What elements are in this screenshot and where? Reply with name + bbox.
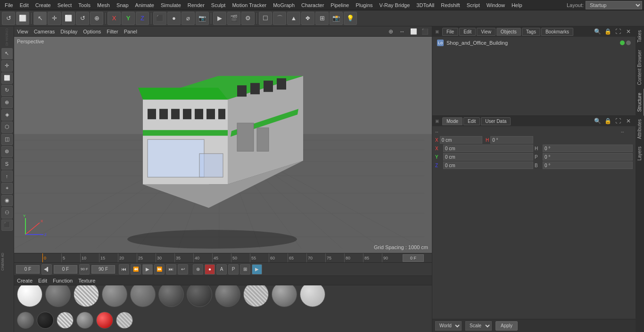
loop-btn[interactable]: ↩ [178, 264, 188, 275]
obj-search-icon[interactable]: 🔍 [593, 27, 602, 36]
array-btn[interactable]: ❖ [301, 12, 314, 25]
menu-mesh[interactable]: Mesh [94, 1, 113, 9]
step-back-btn[interactable]: ⏪ [131, 264, 141, 275]
sidebar-move[interactable]: ✛ [1, 60, 13, 72]
light-btn[interactable]: 💡 [344, 12, 357, 25]
material-metal[interactable]: metal [158, 285, 184, 308]
grid-btn[interactable]: ⊞ [315, 12, 329, 25]
axis-x[interactable]: X [107, 12, 121, 25]
cube-tool[interactable]: ⬛ [153, 12, 166, 25]
sidebar-t12[interactable]: ⌖ [1, 183, 13, 194]
preview-btn[interactable]: ▶ [252, 264, 262, 275]
coord-h-input[interactable] [490, 136, 533, 144]
mat-sm-3[interactable] [57, 312, 74, 329]
objects-tab-edit[interactable]: Edit [459, 28, 476, 36]
cylinder-tool[interactable]: ⌀ [182, 12, 195, 25]
menu-character[interactable]: Character [298, 1, 327, 9]
mat-menu-edit[interactable]: Edit [38, 278, 47, 283]
sidebar-t10[interactable]: S [1, 158, 13, 170]
scale-select[interactable]: Scale [465, 321, 492, 331]
axis-y[interactable]: Y [122, 12, 135, 25]
objects-tab-bookmarks[interactable]: Bookmarks [541, 28, 573, 36]
menu-simulate[interactable]: Simulate [158, 1, 184, 9]
vp-menu-cameras[interactable]: Cameras [34, 29, 55, 34]
material-metal1[interactable]: metal_1 [272, 285, 297, 308]
vp-menu-filter[interactable]: Filter [107, 29, 118, 34]
objects-tab-tags[interactable]: Tags [522, 28, 540, 36]
rtab-content-browser[interactable]: Content Browser [636, 46, 644, 89]
material-gray-pl1[interactable]: Gray_pl [45, 285, 71, 308]
vp-menu-display[interactable]: Display [60, 29, 77, 34]
extrude-btn[interactable]: ▲ [287, 12, 300, 25]
sidebar-t6[interactable]: ◈ [1, 109, 13, 121]
rtab-attributes[interactable]: Attributes [636, 115, 644, 143]
rtab-layers[interactable]: Layers [636, 143, 644, 164]
sphere-tool[interactable]: ● [167, 12, 181, 25]
undo-button[interactable]: ↺ [2, 12, 15, 25]
vp-icon-3[interactable]: ⬜ [409, 27, 418, 36]
rtab-takes[interactable]: Takes [636, 26, 644, 46]
menu-help[interactable]: Help [509, 1, 525, 9]
frame-back-btn[interactable]: ◀▌ [41, 264, 52, 275]
attr-close-icon[interactable]: ✕ [624, 117, 633, 125]
coord-x-val[interactable] [443, 145, 533, 152]
sidebar-t14[interactable]: ⚇ [1, 207, 13, 219]
motion-path-btn[interactable]: P [228, 264, 239, 275]
record-btn[interactable]: ● [205, 264, 215, 275]
attr-tab-edit[interactable]: Edit [463, 117, 480, 125]
material-whitep[interactable]: White_p [300, 285, 325, 308]
menu-create[interactable]: Create [33, 1, 54, 9]
vp-icon-1[interactable]: ⊕ [387, 27, 395, 36]
frame-end-btn[interactable]: 90 F [79, 264, 90, 275]
object-row-building[interactable]: Lo Shop_and_Office_Building [435, 39, 633, 47]
material-metal3[interactable]: metal_3 [187, 285, 212, 308]
coord-b-val[interactable] [543, 162, 633, 169]
current-frame-ruler[interactable] [403, 254, 424, 262]
menu-vray[interactable]: V-Ray Bridge [377, 1, 413, 9]
mat-sm-4[interactable] [76, 312, 93, 329]
mat-sm-1[interactable] [17, 312, 34, 329]
vp-menu-options[interactable]: Options [83, 29, 101, 34]
material-light[interactable]: light [17, 285, 42, 308]
sidebar-t15[interactable]: ⬛ [1, 219, 13, 231]
vp-menu-view[interactable]: View [17, 29, 28, 34]
menu-plugins[interactable]: Plugins [353, 1, 375, 9]
goto-end-btn[interactable]: ⏭ [166, 264, 176, 275]
rotate-tool[interactable]: ↺ [76, 12, 89, 25]
step-fwd-btn[interactable]: ⏩ [154, 264, 165, 275]
attr-lock-icon[interactable]: 🔒 [603, 117, 612, 125]
timeline-opts[interactable]: ⊞ [240, 264, 250, 275]
objects-tab-objects[interactable]: Objects [496, 28, 521, 36]
material-glass1[interactable]: Glass_1 [74, 285, 99, 308]
menu-tools[interactable]: Tools [75, 1, 93, 9]
coord-x-input[interactable] [440, 136, 482, 144]
current-frame-input[interactable] [54, 265, 77, 274]
mat-sm-6[interactable] [116, 312, 133, 329]
transform-tool[interactable]: ⊕ [90, 12, 103, 25]
vp-menu-panel[interactable]: Panel [124, 29, 137, 34]
goto-start-btn[interactable]: ⏮ [119, 264, 129, 275]
coord-p-val[interactable] [543, 153, 633, 161]
coord-y-val[interactable] [443, 153, 533, 161]
mat-menu-function[interactable]: Function [53, 278, 73, 283]
menu-pipeline[interactable]: Pipeline [328, 1, 352, 9]
menu-window[interactable]: Window [484, 1, 508, 9]
obj-expand-icon[interactable]: ⛶ [614, 27, 622, 36]
menu-render[interactable]: Render [185, 1, 207, 9]
floor-btn[interactable]: ☐ [259, 12, 272, 25]
rtab-structure[interactable]: Structure [636, 89, 644, 116]
vp-icon-4[interactable]: ⬛ [421, 27, 429, 36]
sidebar-rotate[interactable]: ↻ [1, 85, 13, 96]
end-frame-input[interactable] [91, 265, 115, 274]
move-tool[interactable]: ✛ [48, 12, 61, 25]
sidebar-t11[interactable]: ↑ [1, 170, 13, 182]
menu-edit[interactable]: Edit [17, 1, 32, 9]
obj-lock-icon[interactable]: 🔒 [603, 27, 612, 36]
spline-btn[interactable]: ⌒ [273, 12, 286, 25]
menu-animate[interactable]: Animate [132, 1, 157, 9]
apply-button[interactable]: Apply [495, 321, 518, 331]
select-tool[interactable]: ↖ [33, 12, 47, 25]
camera-btn2[interactable]: 📸 [330, 12, 343, 25]
viewport[interactable]: X Y Z Perspective Grid Spacing : 1000 cm [14, 37, 432, 253]
sidebar-t7[interactable]: ⬡ [1, 121, 13, 133]
